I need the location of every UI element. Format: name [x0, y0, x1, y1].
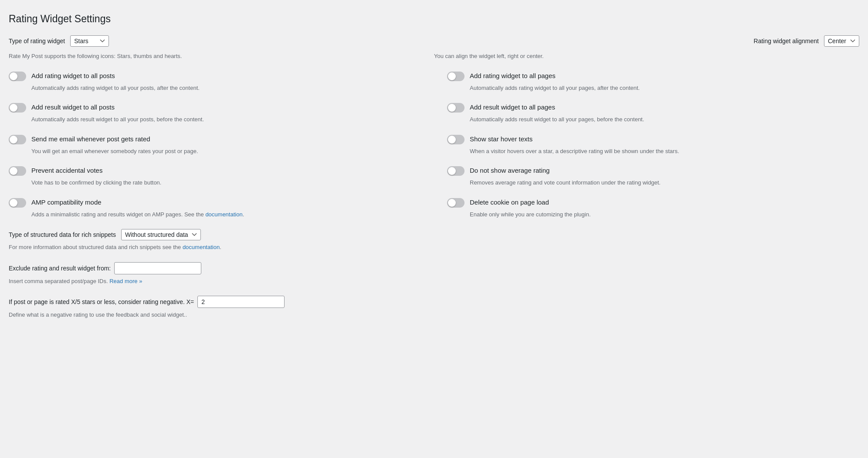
desc-structured-data: For more information about structured da…: [9, 243, 859, 252]
setting-delete-cookie: Delete cookie on page load Enable only w…: [447, 198, 859, 219]
settings-grid: Add rating widget to all posts Automatic…: [9, 71, 859, 229]
label-add-rating-posts: Add rating widget to all posts: [31, 71, 115, 80]
toggle-star-hover[interactable]: [447, 135, 465, 144]
amp-doc-link[interactable]: documentation: [205, 211, 242, 218]
exclude-input[interactable]: [114, 262, 201, 274]
setting-add-rating-posts: Add rating widget to all posts Automatic…: [9, 71, 421, 92]
negative-rating-input[interactable]: [197, 296, 285, 308]
setting-send-email: Send me email whenever post gets rated Y…: [9, 134, 421, 156]
alignment-label: Rating widget alignment: [754, 38, 819, 44]
alignment-row: Rating widget alignment Left Center Righ…: [754, 35, 859, 47]
label-star-hover: Show star hover texts: [470, 134, 532, 144]
toggle-send-email[interactable]: [9, 135, 26, 144]
structured-data-select[interactable]: Without structured data Article Recipe R…: [121, 229, 201, 240]
desc-exclude: Insert comma separated post/page IDs. Re…: [9, 277, 859, 286]
desc-add-rating-pages: Automatically adds rating widget to all …: [470, 84, 859, 92]
desc-star-hover: When a visitor hovers over a star, a des…: [470, 147, 859, 156]
toggle-delete-cookie[interactable]: [447, 198, 465, 208]
desc-negative-rating: Define what is a negative rating to use …: [9, 311, 859, 319]
desc-prevent-votes: Vote has to be confirmed by clicking the…: [31, 178, 421, 187]
setting-prevent-votes: Prevent accidental votes Vote has to be …: [9, 166, 421, 187]
toggle-add-rating-pages[interactable]: [447, 72, 465, 81]
structured-data-label: Type of structured data for rich snippet…: [9, 231, 116, 238]
desc-amp-mode: Adds a minimalistic rating and results w…: [31, 210, 421, 219]
desc-add-result-pages: Automatically adds result widget to all …: [470, 115, 859, 124]
setting-add-result-pages: Add result widget to all pages Automatic…: [447, 103, 859, 124]
type-widget-label: Type of rating widget: [9, 38, 65, 44]
exclude-read-more-link[interactable]: Read more »: [109, 278, 142, 284]
setting-no-avg-rating: Do not show average rating Removes avera…: [447, 166, 859, 187]
toggle-add-result-pages[interactable]: [447, 103, 465, 113]
exclude-label: Exclude rating and result widget from:: [9, 265, 111, 272]
alignment-select[interactable]: Left Center Right: [824, 35, 859, 47]
desc-delete-cookie: Enable only while you are cutomizing the…: [470, 210, 859, 219]
left-column: Add rating widget to all posts Automatic…: [9, 71, 421, 229]
setting-negative-rating: If post or page is rated X/5 stars or le…: [9, 296, 859, 319]
desc-no-avg-rating: Removes average rating and vote count in…: [470, 178, 859, 187]
label-add-rating-pages: Add rating widget to all pages: [470, 71, 556, 80]
structured-data-doc-link[interactable]: documentation: [183, 244, 220, 250]
type-widget-select[interactable]: Stars Thumbs Hearts: [70, 35, 109, 47]
desc-add-result-posts: Automatically adds result widget to all …: [31, 115, 421, 124]
label-add-result-posts: Add result widget to all posts: [31, 103, 115, 112]
right-column: Add rating widget to all pages Automatic…: [447, 71, 859, 229]
alignment-desc: You can align the widget left, right or …: [434, 52, 859, 61]
label-send-email: Send me email whenever post gets rated: [31, 134, 150, 144]
setting-structured-data: Type of structured data for rich snippet…: [9, 229, 859, 252]
setting-exclude: Exclude rating and result widget from: I…: [9, 262, 859, 286]
label-amp-mode: AMP compatibility mode: [31, 198, 102, 207]
label-prevent-votes: Prevent accidental votes: [31, 166, 102, 175]
label-no-avg-rating: Do not show average rating: [470, 166, 549, 175]
setting-add-rating-pages: Add rating widget to all pages Automatic…: [447, 71, 859, 92]
toggle-add-rating-posts[interactable]: [9, 72, 26, 81]
toggle-no-avg-rating[interactable]: [447, 166, 465, 176]
label-delete-cookie: Delete cookie on page load: [470, 198, 549, 207]
toggle-prevent-votes[interactable]: [9, 166, 26, 176]
toggle-add-result-posts[interactable]: [9, 103, 26, 113]
type-widget-desc: Rate My Post supports the following icon…: [9, 52, 182, 61]
type-widget-row: Type of rating widget Stars Thumbs Heart…: [9, 35, 109, 47]
setting-amp-mode: AMP compatibility mode Adds a minimalist…: [9, 198, 421, 219]
desc-add-rating-posts: Automatically adds rating widget to all …: [31, 84, 421, 92]
setting-star-hover: Show star hover texts When a visitor hov…: [447, 134, 859, 156]
negative-rating-label: If post or page is rated X/5 stars or le…: [9, 298, 194, 305]
setting-add-result-posts: Add result widget to all posts Automatic…: [9, 103, 421, 124]
toggle-amp-mode[interactable]: [9, 198, 26, 208]
page-title: Rating Widget Settings: [9, 13, 859, 25]
desc-send-email: You will get an email whenever somebody …: [31, 147, 421, 156]
label-add-result-pages: Add result widget to all pages: [470, 103, 555, 112]
